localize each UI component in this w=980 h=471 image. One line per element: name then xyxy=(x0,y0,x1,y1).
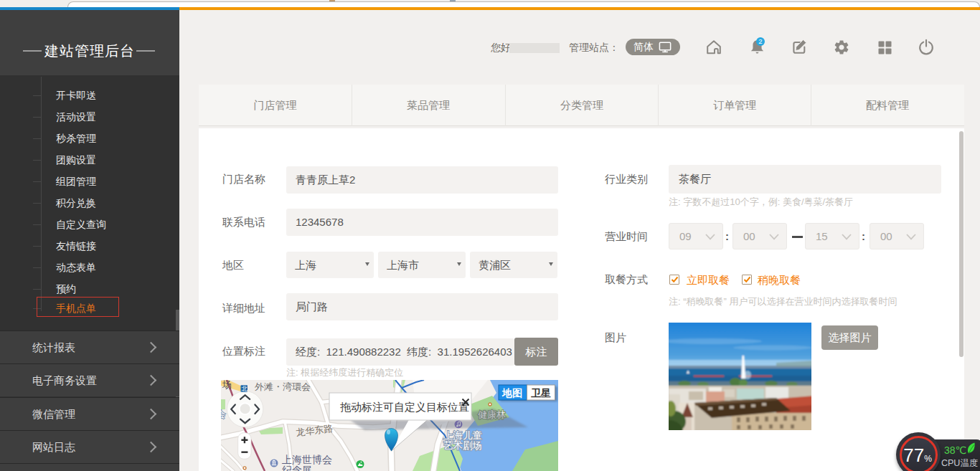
svg-text:地图: 地图 xyxy=(501,387,522,399)
svg-text:会: 会 xyxy=(221,409,225,419)
svg-text:外滩・湾環会: 外滩・湾環会 xyxy=(254,381,311,392)
svg-text:卫星: 卫星 xyxy=(531,387,551,399)
svg-text:上海世博会: 上海世博会 xyxy=(282,454,332,465)
svg-text:场: 场 xyxy=(222,380,232,390)
svg-text:上海儿童: 上海儿童 xyxy=(443,430,482,441)
svg-text:北: 北 xyxy=(241,385,248,392)
svg-text:艺术剧场: 艺术剧场 xyxy=(443,440,482,451)
svg-text:纪念展: 纪念展 xyxy=(282,465,312,471)
svg-text:拖动标注可自定义目标位置: 拖动标注可自定义目标位置 xyxy=(340,401,469,413)
